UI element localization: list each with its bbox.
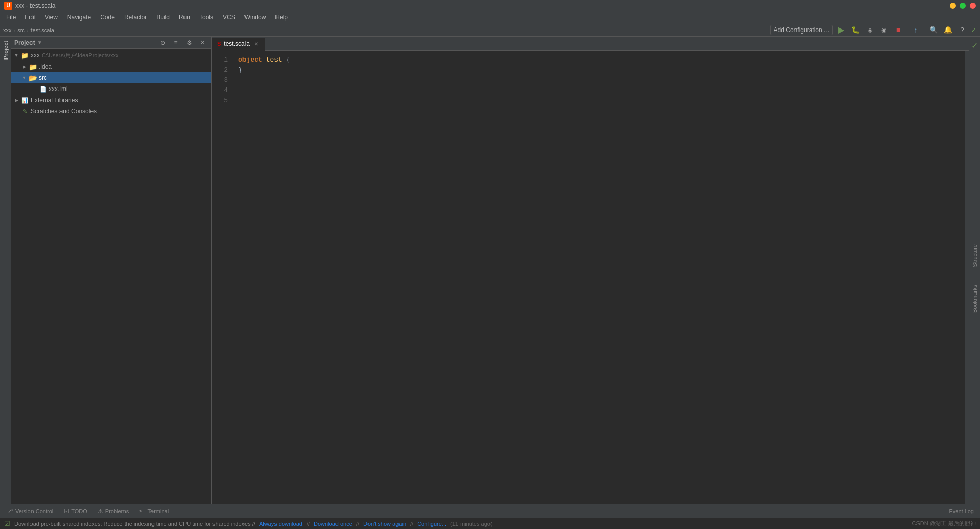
code-editor[interactable]: 1 2 3 4 5 object test {} [212,51,969,504]
menu-file[interactable]: File [2,13,20,22]
title-bar-left: U xxx - test.scala [4,2,55,10]
debug-button[interactable]: 🐛 [850,24,861,36]
scope-icon[interactable]: ⊙ [157,37,169,49]
menu-code[interactable]: Code [96,13,119,22]
tab-event-log[interactable]: Event Log [944,506,978,516]
terminal-tab-label: Terminal [148,508,169,514]
scratch-icon: ✎ [21,107,29,115]
extlibs-icon: 📊 [21,96,29,104]
project-side-label[interactable]: Project [2,37,10,64]
project-panel-header: Project ▼ ⊙ ≡ ⚙ ✕ [11,37,211,49]
tree-item-xxximl[interactable]: 📄 xxx.iml [11,83,211,95]
minimize-button[interactable] [950,3,956,9]
terminal-tab-icon: >_ [139,508,145,514]
todo-tab-icon: ☑ [64,508,69,515]
chevron-down-icon[interactable]: ▼ [37,40,42,45]
menu-bar: File Edit View Navigate Code Refactor Bu… [0,11,980,23]
menu-navigate[interactable]: Navigate [63,13,95,22]
line-numbers: 1 2 3 4 5 [212,51,232,504]
notification-link-dont-show[interactable]: Don't show again [363,521,406,527]
menu-run[interactable]: Run [175,13,194,22]
tree-item-scratches[interactable]: ✎ Scratches and Consoles [11,106,211,117]
code-line-2: object test { [238,55,965,65]
stop-button[interactable]: ■ [893,24,904,36]
window-controls [950,3,976,9]
menu-vcs[interactable]: VCS [219,13,239,22]
profile-button[interactable]: ◉ [878,24,890,36]
search-everywhere-button[interactable]: 🔍 [928,24,939,36]
help-button[interactable]: ? [957,24,968,36]
idea-folder-icon: 📁 [29,63,37,71]
notification-link-download-once[interactable]: Download once [314,521,352,527]
project-panel-title: Project [14,39,35,46]
breadcrumb-sep2: › [27,27,29,33]
structure-label[interactable]: Structure [971,241,979,270]
menu-refactor[interactable]: Refactor [120,13,151,22]
editor-area: S test.scala ✕ 1 2 3 4 5 object test {} [212,37,969,504]
editor-gutter [965,51,969,504]
collapse-all-icon[interactable]: ≡ [170,37,182,49]
window-title: xxx - test.scala [15,2,55,9]
tree-arrow-root: ▼ [13,52,19,58]
menu-edit[interactable]: Edit [21,13,40,22]
app-logo: U [4,2,12,10]
code-content[interactable]: object test {} [232,51,965,504]
project-tree: ▼ 📁 xxx C:\Users\用户\IdeaProjects\xxx ▶ 📁… [11,49,211,504]
tab-version-control[interactable]: ⎇ Version Control [2,506,57,517]
vcs-update-button[interactable]: ↑ [910,24,922,36]
tree-item-idea[interactable]: ▶ 📁 .idea [11,61,211,72]
notification-text: Download pre-built shared indexes: Reduc… [14,521,255,527]
maximize-button[interactable] [960,3,966,9]
tree-label-root: xxx [30,52,40,59]
editor-tabs: S test.scala ✕ [212,37,969,51]
add-configuration-button[interactable]: Add Configuration ... [770,25,833,35]
tree-label-scratches: Scratches and Consoles [30,108,97,115]
tree-item-extlibs[interactable]: ▶ 📊 External Libraries [11,95,211,106]
main-area: Project Project ▼ ⊙ ≡ ⚙ ✕ ▼ 📁 xxx C:\Use… [0,37,980,504]
tab-close-button[interactable]: ✕ [253,40,260,47]
menu-build[interactable]: Build [152,13,174,22]
notification-time: (11 minutes ago) [450,521,493,527]
breadcrumb-src: src [17,27,25,33]
checkmark-indicator: ✓ [971,26,977,34]
hide-panel-button[interactable]: ✕ [196,37,208,49]
notification-link-always[interactable]: Always download [259,521,302,527]
tab-scala-icon: S [217,41,221,47]
notification-checkbox-icon[interactable]: ☑ [4,520,10,527]
notifications-button[interactable]: 🔔 [942,24,954,36]
code-line-4: } [238,65,965,75]
notification-sep2: // [356,521,359,527]
title-bar: U xxx - test.scala [0,0,980,11]
menu-help[interactable]: Help [271,13,292,22]
bookmarks-label[interactable]: Bookmarks [971,282,979,316]
iml-file-icon: 📄 [39,85,47,93]
menu-tools[interactable]: Tools [195,13,218,22]
tab-label-testscala: test.scala [224,40,250,47]
menu-window[interactable]: Window [240,13,270,22]
tree-arrow-idea: ▶ [21,64,27,70]
root-folder-icon: 📁 [21,51,29,60]
run-button[interactable]: ▶ [836,24,847,36]
project-panel: Project ▼ ⊙ ≡ ⚙ ✕ ▼ 📁 xxx C:\Users\用户\Id… [11,37,212,504]
tree-label-src: src [39,74,47,81]
tab-testscala[interactable]: S test.scala ✕ [212,38,265,51]
todo-tab-label: TODO [71,508,87,514]
coverage-button[interactable]: ◈ [864,24,875,36]
watermark-text: CSDN @湖工 最后的胆神 [912,520,976,527]
menu-view[interactable]: View [41,13,62,22]
breadcrumb-xxx: xxx [3,27,12,33]
event-log-label: Event Log [948,508,974,514]
tab-todo[interactable]: ☑ TODO [59,506,91,517]
tab-terminal[interactable]: >_ Terminal [135,506,173,516]
tree-label-idea: .idea [39,63,52,70]
tab-problems[interactable]: ⚠ Problems [94,506,133,517]
tree-item-src[interactable]: ▼ 📂 src [11,72,211,83]
tree-arrow-src: ▼ [21,75,27,81]
problems-tab-label: Problems [105,508,129,514]
notification-link-configure[interactable]: Configure... [417,521,446,527]
notification-sep3: // [410,521,413,527]
toolbar-settings-icon[interactable]: ⚙ [183,37,195,49]
close-button[interactable] [970,3,976,9]
src-folder-icon: 📂 [29,74,37,82]
tree-item-root[interactable]: ▼ 📁 xxx C:\Users\用户\IdeaProjects\xxx [11,50,211,61]
